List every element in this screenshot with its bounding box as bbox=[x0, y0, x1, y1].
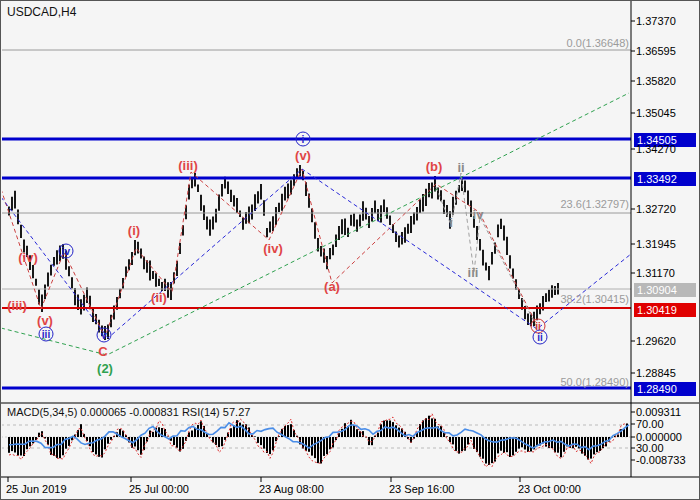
wave-label: (i) bbox=[128, 224, 140, 237]
wave-label: (ii) bbox=[151, 291, 167, 304]
time-axis-label: 25 Jul 00:00 bbox=[129, 483, 189, 495]
indicator-axis-label: 70.00 bbox=[636, 418, 664, 430]
price-axis-label: 1.37370 bbox=[636, 15, 676, 27]
price-axis-label: 1.28490 bbox=[634, 382, 696, 396]
indicator-plot bbox=[1, 414, 631, 467]
wave-label: C bbox=[98, 345, 107, 358]
wave-label: ii bbox=[533, 330, 548, 345]
fib-level-label: 23.6(1.32797) bbox=[389, 198, 629, 210]
wave-label: (2) bbox=[97, 362, 113, 375]
time-axis-label: 23 Oct 00:00 bbox=[518, 483, 581, 495]
wave-label: (b) bbox=[426, 160, 443, 173]
indicator-axis-label: -0.008733 bbox=[636, 454, 686, 466]
wave-label: i bbox=[296, 132, 311, 147]
wave-label: (a) bbox=[324, 280, 340, 293]
indicator-axis-label: 0.009311 bbox=[636, 406, 681, 418]
fib-level-label: 50.0(1.28490) bbox=[389, 376, 629, 388]
price-axis-label: 1.29620 bbox=[636, 335, 676, 347]
indicator-title: MACD(5,34,5) 0.000065 -0.000831 RSI(14) … bbox=[7, 406, 250, 418]
chart-window: USDCAD,H4 MACD(5,34,5) 0.000065 -0.00083… bbox=[0, 0, 700, 500]
chart-canvas[interactable] bbox=[1, 1, 700, 500]
price-axis-label: 1.31945 bbox=[636, 238, 676, 250]
price-axis-label: 1.35820 bbox=[636, 75, 676, 87]
wave-label: ii bbox=[457, 161, 464, 174]
indicator-axis-label: 30.00 bbox=[636, 442, 664, 454]
price-axis-label: 1.35045 bbox=[636, 107, 676, 119]
time-axis-label: 25 Jun 2019 bbox=[6, 483, 67, 495]
wave-label: iii bbox=[468, 266, 479, 279]
wave-label: (iv) bbox=[263, 242, 283, 255]
price-axis-label: 1.31170 bbox=[636, 267, 675, 279]
price-axis-label: 1.30904 bbox=[634, 283, 696, 297]
wave-label: (v) bbox=[37, 314, 53, 327]
price-axis-label: 1.34270 bbox=[636, 143, 676, 155]
price-axis-label: 1.30419 bbox=[634, 303, 696, 317]
wave-label: iv bbox=[59, 244, 74, 259]
price-axis-label: 1.28845 bbox=[636, 367, 676, 379]
price-axis-label: 1.36595 bbox=[636, 45, 676, 57]
symbol-title: USDCAD,H4 bbox=[7, 6, 76, 18]
wave-label: (v) bbox=[295, 149, 311, 162]
wave-label: (iii) bbox=[178, 159, 198, 172]
price-axis-label: 1.32720 bbox=[636, 203, 676, 215]
wave-label: iv bbox=[473, 208, 484, 221]
fib-level-label: 0.0(1.36648) bbox=[389, 37, 629, 49]
wave-label: (iii) bbox=[7, 299, 27, 312]
time-axis-label: 23 Aug 08:00 bbox=[259, 483, 324, 495]
wave-label: i bbox=[449, 216, 453, 229]
fib-level-label: 38.2(1.30415) bbox=[389, 293, 629, 305]
price-axis-label: 1.33492 bbox=[634, 172, 696, 186]
wave-label: v bbox=[97, 328, 112, 343]
wave-label: iii bbox=[39, 327, 54, 342]
wave-label: (iv) bbox=[18, 251, 38, 264]
time-axis-label: 23 Sep 16:00 bbox=[389, 483, 454, 495]
